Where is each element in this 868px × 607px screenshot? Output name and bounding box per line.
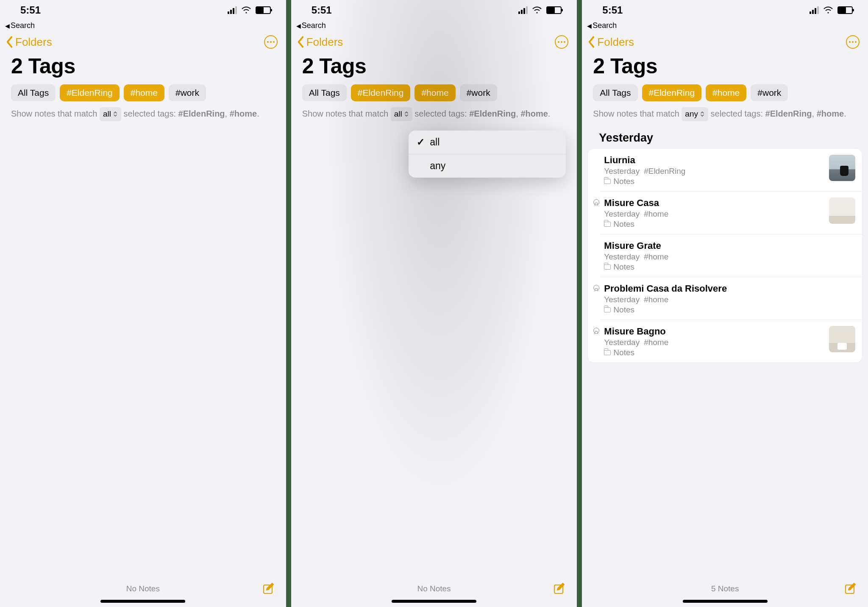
dropdown-option[interactable]: any: [409, 154, 566, 178]
tag-pill[interactable]: #work: [460, 84, 497, 101]
status-indicators: [810, 6, 853, 14]
note-subtitle: Yesterday#home: [604, 295, 855, 304]
back-folders-button[interactable]: Folders: [587, 36, 634, 49]
battery-icon: [546, 6, 562, 14]
note-lead: [593, 283, 600, 291]
folder-icon: [604, 307, 611, 312]
note-title: Misure Casa: [604, 198, 825, 209]
note-row[interactable]: Misure GrateYesterday#homeNotes: [600, 234, 862, 277]
note-lead: [593, 155, 600, 156]
note-thumbnail: [829, 155, 855, 181]
wifi-icon: [823, 6, 833, 14]
screen-2: 5:51 ◀Search Folders 2 Tags All Tags#Eld…: [291, 0, 577, 607]
dropdown-option[interactable]: ✓all: [409, 131, 566, 154]
tag-pill[interactable]: #work: [751, 84, 788, 101]
note-subtitle: Yesterday#home: [604, 252, 855, 262]
svg-point-0: [245, 12, 247, 13]
tag-pill[interactable]: #EldenRing: [351, 84, 411, 101]
bottom-toolbar: No Notes: [0, 571, 286, 607]
tag-pill[interactable]: All Tags: [11, 84, 56, 101]
tag-pill[interactable]: #work: [169, 84, 206, 101]
note-folder: Notes: [604, 220, 825, 229]
nav-bar: Folders: [291, 32, 577, 51]
folder-icon: [604, 179, 611, 184]
note-body: Misure CasaYesterday#homeNotes: [604, 198, 825, 229]
more-button[interactable]: [555, 35, 568, 49]
tag-pill[interactable]: #home: [415, 84, 455, 101]
back-to-search[interactable]: ◀Search: [291, 20, 577, 32]
status-time: 5:51: [20, 4, 41, 16]
note-subtitle: Yesterday#EldenRing: [604, 167, 825, 176]
status-indicators: [228, 6, 271, 14]
tag-pill[interactable]: All Tags: [302, 84, 347, 101]
screen-3: 5:51 ◀Search Folders 2 Tags All Tags#Eld…: [582, 0, 868, 607]
note-body: LiurniaYesterday#EldenRingNotes: [604, 155, 825, 186]
notes-count: No Notes: [417, 584, 451, 593]
more-button[interactable]: [846, 35, 860, 49]
match-selector[interactable]: all: [100, 107, 121, 121]
filter-sentence: Show notes that match any selected tags:…: [582, 107, 868, 124]
note-row[interactable]: LiurniaYesterday#EldenRingNotes: [588, 149, 862, 191]
back-triangle-icon: ◀: [587, 22, 592, 29]
more-button[interactable]: [264, 35, 278, 49]
compose-icon: [262, 582, 275, 595]
nav-bar: Folders: [582, 32, 868, 51]
home-indicator[interactable]: [683, 600, 768, 603]
note-subtitle: Yesterday#home: [604, 209, 825, 219]
tag-pill-row: All Tags#EldenRing#home#work: [582, 84, 868, 107]
compose-icon: [844, 582, 857, 595]
page-title: 2 Tags: [582, 51, 868, 84]
back-folders-button[interactable]: Folders: [5, 36, 52, 49]
svg-point-2: [537, 12, 538, 13]
status-bar: 5:51: [291, 0, 577, 20]
compose-button[interactable]: [553, 582, 566, 595]
tag-pill[interactable]: #home: [124, 84, 164, 101]
note-body: Problemi Casa da RisolvereYesterday#home…: [604, 283, 855, 315]
back-triangle-icon: ◀: [296, 22, 301, 29]
cellular-icon: [228, 6, 237, 14]
tag-pill[interactable]: #EldenRing: [60, 84, 120, 101]
tag-pill[interactable]: #EldenRing: [642, 84, 702, 101]
shared-icon: [593, 199, 599, 205]
note-lead: [593, 198, 600, 205]
status-bar: 5:51: [582, 0, 868, 20]
tag-pill[interactable]: #home: [706, 84, 746, 101]
note-folder: Notes: [604, 262, 855, 272]
notes-count: No Notes: [126, 584, 160, 593]
filter-sentence: Show notes that match all selected tags:…: [291, 107, 577, 124]
note-thumbnail: [829, 326, 855, 352]
match-selector[interactable]: any: [682, 107, 708, 121]
note-thumbnail: [829, 198, 855, 224]
check-icon: ✓: [416, 136, 425, 148]
home-indicator[interactable]: [392, 600, 476, 603]
note-body: Misure BagnoYesterday#homeNotes: [604, 326, 825, 357]
note-lead: [593, 326, 600, 334]
note-row[interactable]: Problemi Casa da RisolvereYesterday#home…: [600, 277, 862, 320]
back-to-search[interactable]: ◀Search: [0, 20, 286, 32]
folder-icon: [604, 222, 611, 227]
compose-button[interactable]: [262, 582, 275, 595]
tag-pill-row: All Tags#EldenRing#home#work: [0, 84, 286, 107]
notes-list: LiurniaYesterday#EldenRingNotesMisure Ca…: [588, 149, 862, 362]
note-row[interactable]: Misure CasaYesterday#homeNotes: [600, 191, 862, 234]
match-dropdown: ✓allany: [409, 131, 566, 178]
notes-count: 5 Notes: [711, 584, 739, 593]
battery-icon: [837, 6, 853, 14]
home-indicator[interactable]: [100, 600, 185, 603]
page-title: 2 Tags: [0, 51, 286, 84]
note-subtitle: Yesterday#home: [604, 338, 825, 347]
wifi-icon: [241, 6, 251, 14]
back-to-search[interactable]: ◀Search: [582, 20, 868, 32]
folder-icon: [604, 350, 611, 355]
note-title: Problemi Casa da Risolvere: [604, 283, 855, 294]
screen-1: 5:51 ◀Search Folders 2 Tags All Tags#Eld…: [0, 0, 286, 607]
chevron-left-icon: [296, 36, 306, 48]
tag-pill[interactable]: All Tags: [593, 84, 637, 101]
note-body: Misure GrateYesterday#homeNotes: [604, 240, 855, 272]
compose-button[interactable]: [844, 582, 857, 595]
back-folders-button[interactable]: Folders: [296, 36, 343, 49]
cellular-icon: [518, 6, 528, 14]
note-row[interactable]: Misure BagnoYesterday#homeNotes: [600, 320, 862, 362]
bottom-toolbar: No Notes: [291, 571, 577, 607]
match-selector[interactable]: all: [391, 107, 412, 121]
